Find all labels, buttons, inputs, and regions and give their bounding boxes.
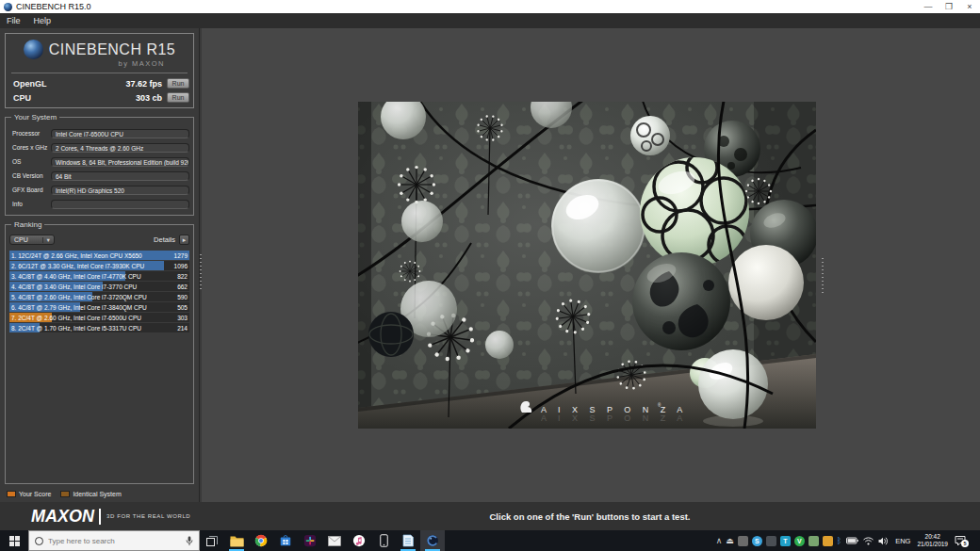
details-button[interactable]: ▸ [179, 235, 189, 245]
slack-taskbar-button[interactable] [298, 530, 322, 551]
taskbar-search[interactable] [28, 530, 200, 551]
ranking-row-label: 2. 6C/12T @ 3.30 GHz, Intel Core i7-3930… [11, 263, 144, 269]
ranking-row-2[interactable]: 2. 6C/12T @ 3.30 GHz, Intel Core i7-3930… [9, 261, 189, 270]
opengl-label: OpenGL [13, 79, 47, 89]
ranking-row-label: 4. 4C/8T @ 3.40 GHz, Intel Core i7-3770 … [11, 284, 137, 290]
legend-label: Identical System [73, 491, 121, 497]
ranking-row-3[interactable]: 3. 4C/8T @ 4.40 GHz, Intel Core i7-4770K… [9, 271, 189, 281]
slack-icon [303, 534, 317, 547]
separator [11, 73, 188, 73]
logo-subtitle: by MAXON [6, 59, 193, 68]
tray-app-icon[interactable] [738, 536, 748, 546]
ranking-row-1[interactable]: 1. 12C/24T @ 2.66 GHz, Intel Xeon CPU X5… [9, 251, 189, 260]
menu-file[interactable]: File [0, 13, 27, 28]
task-view-button[interactable] [200, 530, 224, 551]
microsoft-store-icon [279, 534, 292, 547]
system-row-label: GFX Board [9, 186, 51, 193]
battery-icon[interactable] [846, 537, 858, 544]
ranking-row-label: 1. 12C/24T @ 2.66 GHz, Intel Xeon CPU X5… [11, 252, 142, 259]
minimize-button[interactable]: — [918, 0, 939, 13]
system-row-2: OSWindows 8, 64 Bit, Professional Editio… [9, 154, 189, 169]
ranking-filter-dropdown[interactable]: CPU ▼ [9, 235, 55, 245]
ranking-row-score: 1279 [174, 252, 188, 259]
ranking-row-score: 303 [177, 315, 188, 321]
left-panel: CINEBENCH R15 by MAXON OpenGL 37.62 fps … [0, 28, 199, 502]
itunes-taskbar-button[interactable] [347, 530, 371, 551]
ranking-row-5[interactable]: 5. 4C/8T @ 2.60 GHz, Intel Core i7-3720Q… [9, 292, 189, 301]
legend-swatch [7, 491, 16, 497]
teamviewer-icon[interactable]: T [780, 536, 791, 546]
file-explorer-taskbar-button[interactable] [224, 530, 249, 551]
microsoft-store-taskbar-button[interactable] [273, 530, 298, 551]
language-indicator[interactable]: ENG [893, 537, 912, 545]
maxon-logo-text: MAXON [31, 507, 94, 527]
safely-remove-icon[interactable]: ⏏ [726, 536, 734, 546]
start-button[interactable] [0, 530, 28, 551]
cpu-run-button[interactable]: Run [167, 92, 189, 103]
status-hint: Click on one of the 'Run' buttons to sta… [490, 511, 691, 522]
window-titlebar: CINEBENCH R15.0 — ❐ × [0, 0, 980, 13]
bottom-strip: MAXON 3D FOR THE REAL WORLD Click on one… [0, 502, 980, 530]
ranking-row-4[interactable]: 4. 4C/8T @ 3.40 GHz, Intel Core i7-3770 … [9, 282, 189, 291]
logo-box: CINEBENCH R15 by MAXON OpenGL 37.62 fps … [5, 33, 194, 108]
chrome-icon [254, 534, 268, 547]
window-title: CINEBENCH R15.0 [16, 2, 91, 11]
close-button[interactable]: × [959, 0, 980, 13]
system-row-label: OS [9, 158, 51, 165]
windows-logo-icon [9, 536, 20, 546]
ranking-controls: CPU ▼ Details ▸ [9, 234, 189, 246]
ranking-row-score: 590 [177, 294, 188, 300]
volume-icon[interactable] [878, 537, 889, 545]
microphone-icon[interactable] [186, 536, 193, 546]
ranking-row-6[interactable]: 6. 4C/8T @ 2.79 GHz, Intel Core i7-3840Q… [9, 302, 189, 312]
legend-swatch [60, 491, 70, 497]
taskbar-clock[interactable]: 20:42 21/01/2019 [917, 533, 948, 548]
task-view-icon [206, 536, 218, 546]
render-preview-image: A I X S P O N Z A ® A I X S P O N Z A [358, 102, 816, 429]
skype-icon[interactable]: S [752, 536, 762, 546]
messenger-icon[interactable] [808, 536, 819, 546]
system-row-4: GFX BoardIntel(R) HD Graphics 520 [9, 183, 189, 197]
ranking-row-label: 7. 2C/4T @ 2.60 GHz, Intel Core i7-6500U… [11, 315, 141, 321]
score-legend: Your ScoreIdentical System [0, 488, 199, 500]
maxon-tagline: 3D FOR THE REAL WORLD [106, 513, 190, 519]
search-input[interactable] [48, 537, 186, 545]
cpu-value: 303 cb [136, 93, 162, 103]
maxon-logo: MAXON 3D FOR THE REAL WORLD [31, 507, 190, 527]
your-phone-taskbar-button[interactable] [371, 530, 396, 551]
ranking-filter-value: CPU [14, 236, 28, 243]
ranking-row-7[interactable]: 7. 2C/4T @ 2.60 GHz, Intel Core i7-6500U… [9, 313, 189, 322]
opengl-value: 37.62 fps [125, 79, 162, 89]
system-row-label: Info [9, 201, 51, 207]
right-splitter-handle-icon[interactable] [822, 258, 824, 294]
wifi-icon[interactable] [863, 537, 874, 545]
chrome-taskbar-button[interactable] [249, 530, 273, 551]
ranking-row-8[interactable]: 8. 2C/4T @ 1.70 GHz, Intel Core i5-3317U… [9, 323, 189, 332]
mail-taskbar-button[interactable] [322, 530, 347, 551]
cinebench-logo-icon [24, 40, 43, 59]
system-row-label: Cores x GHz [9, 144, 51, 151]
tray-window-icon[interactable] [766, 536, 776, 546]
ranking-row-score: 1096 [174, 263, 188, 269]
cinebench-taskbar-button[interactable] [420, 530, 445, 551]
ranking-row-score: 822 [177, 273, 188, 280]
system-row-1: Cores x GHz2 Cores, 4 Threads @ 2.60 GHz [9, 140, 189, 154]
opengl-run-button[interactable]: Run [167, 78, 189, 89]
details-label: Details [154, 235, 175, 244]
hidden-icons-caret[interactable]: ∧ [716, 536, 723, 546]
system-row-3: CB Version64 Bit [9, 169, 189, 183]
system-row-label: Processor [9, 130, 51, 137]
security-shield-icon[interactable] [823, 536, 833, 546]
bluetooth-icon[interactable]: ᛒ [837, 536, 841, 546]
action-center-button[interactable]: 5 [953, 536, 967, 546]
antivirus-icon[interactable]: V [794, 536, 805, 546]
ranking-box: Ranking CPU ▼ Details ▸ 1. 12C/24T @ 2.6… [5, 224, 194, 484]
notepad-taskbar-button[interactable] [396, 530, 420, 551]
ranking-row-score: 214 [177, 325, 188, 332]
your-system-legend: Your System [11, 113, 59, 122]
restore-button[interactable]: ❐ [939, 0, 959, 13]
ranking-legend: Ranking [11, 220, 44, 229]
menu-help[interactable]: Help [27, 13, 58, 28]
system-row-value: Intel(R) HD Graphics 520 [51, 186, 189, 195]
app-body: CINEBENCH R15 by MAXON OpenGL 37.62 fps … [0, 28, 980, 502]
